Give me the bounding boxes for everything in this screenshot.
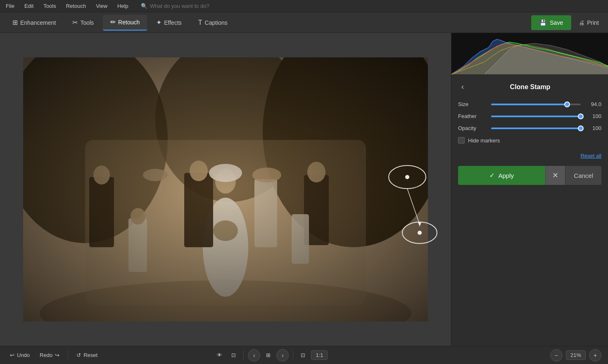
fit-button[interactable]: ⊡ [228,350,239,360]
captions-icon: T [198,19,202,26]
action-buttons: ✓ Apply ✕ Cancel [458,166,601,185]
panel-header: ‹ Clone Stamp [458,81,601,93]
clone-stamp-panel: ‹ Clone Stamp Size 94.0 Feather 100 [451,74,608,346]
opacity-slider-fill [491,128,581,129]
fit-icon: ⊡ [231,352,236,358]
feather-slider-fill [491,116,581,117]
tab-enhancement[interactable]: ⊞ Enhancement [5,15,63,31]
opacity-slider-row: Opacity 100 [458,125,601,131]
bottom-toolbar: ↩ Undo Redo ↪ ↺ Reset 👁 ⊡ ‹ ⊞ › ⊡ 1:1 [0,346,608,364]
tab-tools-label: Tools [80,19,94,26]
search-icon: 🔍 [141,3,147,9]
size-slider-track[interactable] [491,104,581,105]
enhancement-icon: ⊞ [12,19,18,26]
undo-icon: ↩ [10,352,14,358]
right-panel: ‹ Clone Stamp Size 94.0 Feather 100 [451,33,608,346]
tab-effects[interactable]: ✦ Effects [149,15,189,31]
redo-icon: ↪ [55,352,59,358]
feather-value: 100 [585,113,601,119]
redo-label: Redo [40,352,52,358]
tab-captions[interactable]: T Captions [191,15,235,31]
size-slider-row: Size 94.0 [458,101,601,107]
size-value: 94.0 [585,101,601,107]
apply-check-icon: ✓ [489,172,495,179]
save-button[interactable]: 💾 Save [531,15,571,30]
tab-retouch[interactable]: ✏ Retouch [103,15,147,31]
size-label: Size [458,101,487,107]
feather-label: Feather [458,113,487,119]
canvas-area[interactable] [0,33,451,346]
menu-help[interactable]: Help [116,2,130,10]
tools-icon: ✂ [72,19,78,26]
back-button[interactable]: ‹ [458,81,467,93]
histogram [451,33,608,74]
main-toolbar: ⊞ Enhancement ✂ Tools ✏ Retouch ✦ Effect… [0,12,608,33]
eye-button[interactable]: 👁 [214,350,226,360]
cancel-button[interactable]: Cancel [565,166,601,185]
tab-enhancement-label: Enhancement [20,19,56,26]
prev-button[interactable]: ‹ [248,349,260,362]
photo-container [23,57,428,321]
size-slider-thumb[interactable] [564,102,570,107]
menu-retouch[interactable]: Retouch [64,2,88,10]
gallery-button[interactable]: ⊞ [263,350,274,360]
zoom-out-icon: − [555,352,558,359]
feather-slider-thumb[interactable] [578,113,584,119]
zoom-level-display: 21% [566,350,586,360]
print-icon: 🖨 [579,19,584,26]
menu-edit[interactable]: Edit [23,2,35,10]
reset-all-link[interactable]: Reset all [580,153,601,159]
cancel-label: Cancel [574,172,593,179]
opacity-slider-track[interactable] [491,128,581,129]
photo-image [23,57,428,321]
tab-tools[interactable]: ✂ Tools [65,15,101,31]
print-button[interactable]: 🖨 Print [575,17,603,28]
retouch-icon: ✏ [110,18,116,26]
reset-label: Reset [83,352,97,358]
reset-all-row: Reset all [458,152,601,159]
zoom-out-button[interactable]: − [550,349,563,362]
next-button[interactable]: › [276,349,289,362]
tab-captions-label: Captions [205,19,228,26]
next-icon: › [282,352,284,359]
panel-title: Clone Stamp [471,83,589,91]
redo-button[interactable]: Redo ↪ [36,350,63,360]
zoom-1to1[interactable]: 1:1 [311,350,328,360]
main-content: ‹ Clone Stamp Size 94.0 Feather 100 [0,33,608,346]
feather-slider-row: Feather 100 [458,113,601,119]
separator-1 [68,350,68,360]
reset-icon: ↺ [76,352,81,358]
apply-button[interactable]: ✓ Apply [458,166,545,185]
frame-icon: ⊡ [301,352,305,358]
opacity-slider-thumb[interactable] [578,125,584,131]
menu-bar: File Edit Tools Retouch View Help 🔍 [0,0,608,12]
undo-button[interactable]: ↩ Undo [7,350,33,360]
save-label: Save [550,19,563,26]
menu-view[interactable]: View [94,2,109,10]
bottom-center: 👁 ⊡ ‹ ⊞ › ⊡ 1:1 [214,349,328,362]
hide-markers-label: Hide markers [468,137,500,144]
menu-tools[interactable]: Tools [42,2,57,10]
search-input[interactable] [150,3,224,9]
hide-markers-checkbox[interactable] [458,137,465,144]
tab-retouch-label: Retouch [118,19,140,26]
eye-icon: 👁 [217,352,222,358]
zoom-in-button[interactable]: + [589,349,601,362]
undo-label: Undo [17,352,30,358]
size-slider-fill [491,104,567,105]
search-bar: 🔍 [141,3,224,9]
save-icon: 💾 [539,19,546,26]
opacity-label: Opacity [458,125,487,131]
histogram-chart [451,33,608,74]
reset-button[interactable]: ↺ Reset [73,350,101,360]
bottom-right: − 21% + [550,349,601,362]
cancel-x-button[interactable]: ✕ [545,166,565,185]
apply-label: Apply [498,172,514,179]
toolbar-right: 💾 Save 🖨 Print [531,15,603,30]
effects-icon: ✦ [156,19,162,26]
zoom-in-icon: + [594,352,597,359]
menu-file[interactable]: File [4,2,16,10]
feather-slider-track[interactable] [491,116,581,117]
frame-button[interactable]: ⊡ [297,350,309,360]
opacity-value: 100 [585,125,601,131]
